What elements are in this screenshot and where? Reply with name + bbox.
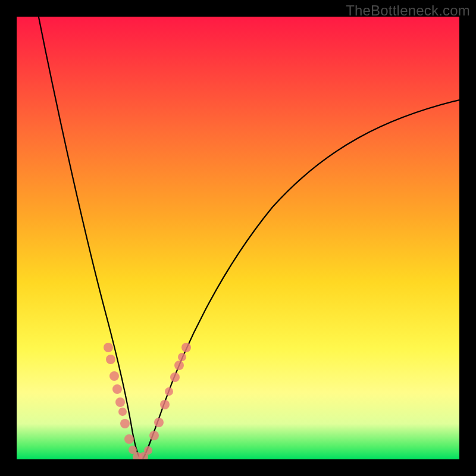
left-curve [32, 17, 140, 459]
marker-dot [118, 408, 127, 416]
marker-group [104, 343, 191, 459]
marker-dot [124, 434, 134, 444]
marker-dot [178, 353, 186, 361]
watermark-text: TheBottleneck.com [346, 2, 470, 19]
marker-dot [170, 372, 180, 382]
marker-dot [165, 387, 173, 396]
marker-dot [112, 384, 122, 394]
marker-dot [144, 446, 152, 455]
marker-dot [154, 418, 164, 427]
marker-dot [106, 355, 115, 364]
right-curve [143, 100, 459, 459]
chart-svg [17, 17, 459, 459]
marker-dot [104, 343, 113, 352]
marker-dot [149, 431, 159, 440]
plot-area [17, 17, 459, 459]
marker-dot [115, 397, 125, 407]
marker-dot [181, 343, 191, 352]
marker-dot [120, 419, 130, 428]
marker-dot [160, 400, 170, 409]
marker-dot [109, 371, 119, 381]
marker-dot [174, 361, 184, 370]
